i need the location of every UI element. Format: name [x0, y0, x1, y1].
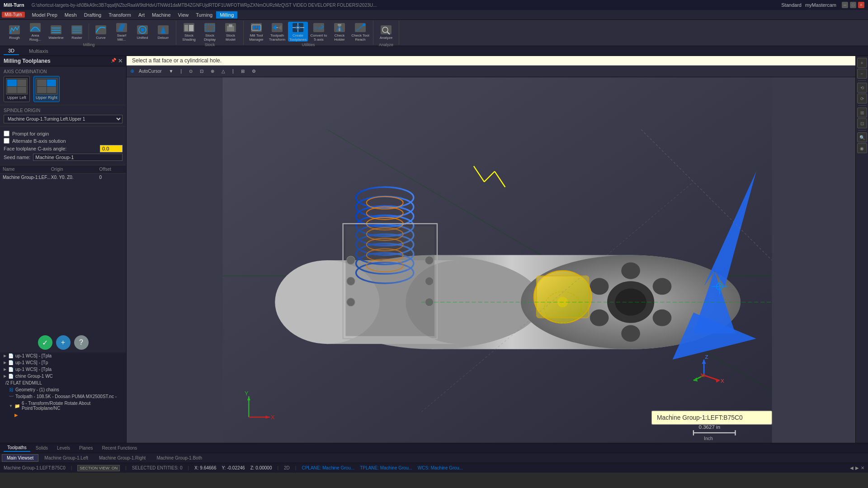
- waterline-button[interactable]: Waterline: [46, 22, 66, 42]
- close-button[interactable]: ✕: [858, 2, 864, 8]
- menu-milling[interactable]: Milling: [216, 11, 237, 19]
- rt-btn-8[interactable]: ◉: [857, 143, 867, 153]
- panel-pin-button[interactable]: 📌: [111, 58, 116, 64]
- rt-btn-1[interactable]: +: [857, 58, 867, 68]
- autocursor-label[interactable]: AutoCursor: [136, 68, 165, 75]
- status-icon-3[interactable]: ✕: [861, 465, 864, 470]
- stock-model-button[interactable]: Stock Model: [221, 22, 241, 42]
- add-button[interactable]: +: [56, 335, 71, 350]
- raster-button[interactable]: Raster: [67, 22, 87, 42]
- stock-shading-button[interactable]: Stock Shading: [179, 22, 199, 42]
- rt-btn-2[interactable]: −: [857, 69, 867, 79]
- tab-multiaxis[interactable]: Multiaxis: [24, 47, 53, 55]
- tree-item-7[interactable]: 〰 Toolpath - 108.5K - Doosan PUMA MX2500…: [5, 393, 126, 400]
- svg-rect-26: [229, 24, 232, 27]
- ac-settings[interactable]: ⚙: [249, 68, 259, 75]
- upper-right-btn[interactable]: Upper Right: [33, 76, 60, 102]
- viewport-tooltip-text: Machine Group-1:LEFT:B75C0: [657, 414, 743, 421]
- toolbar: Rough Area Roug... Waterline Raster: [0, 20, 868, 46]
- rt-btn-4[interactable]: ⟳: [857, 94, 867, 103]
- tree-item-8[interactable]: ▼ 📁 6 - Transform/Rotate Rotate About Po…: [5, 400, 126, 412]
- help-button[interactable]: ?: [74, 335, 89, 350]
- ac-snap1[interactable]: ⊙: [186, 68, 195, 75]
- panel-title: Milling Toolplanes 📌 ✕: [0, 56, 126, 66]
- check-tool-reach-label: Check Tool Reach: [351, 34, 369, 42]
- menu-transform[interactable]: Transform: [105, 11, 135, 19]
- view-tab-right[interactable]: Machine Group-1.Right: [94, 454, 151, 462]
- row-origin: X0. Y0. Z0.: [51, 175, 99, 180]
- create-toolplanes-button[interactable]: Create Toolplanes: [288, 22, 308, 42]
- dim-mode[interactable]: 2D: [284, 465, 290, 470]
- ac-dropdown[interactable]: ▼: [166, 68, 176, 75]
- tree-item-2[interactable]: ▶ 📄 up-1 WCS] - [Tp: [0, 359, 126, 366]
- spindle-label: Spindle origin: [4, 108, 123, 113]
- ac-snap3[interactable]: ⊕: [208, 68, 217, 75]
- menu-turning[interactable]: Turning: [192, 11, 216, 19]
- tab-3d[interactable]: 3D: [4, 47, 19, 55]
- bp-tab-levels[interactable]: Levels: [53, 445, 74, 451]
- menu-model-prep[interactable]: Model Prep: [28, 11, 61, 19]
- tplane-status[interactable]: TPLANE: Machine Grou...: [360, 465, 412, 470]
- section-view-badge[interactable]: SECTION VIEW: ON: [77, 465, 120, 471]
- tree-item-9[interactable]: ▶: [11, 412, 126, 418]
- rt-btn-3[interactable]: ⟲: [857, 83, 867, 93]
- convert-5axis-button[interactable]: 5-ax Convert to 5-axis: [309, 22, 329, 42]
- tree-item-5[interactable]: /2 FLAT ENDMILL: [0, 380, 126, 386]
- view-tab-both[interactable]: Machine Group-1.Both: [151, 454, 207, 462]
- bp-tab-toolpaths[interactable]: Toolpaths: [4, 444, 30, 452]
- menu-view[interactable]: View: [175, 11, 193, 19]
- wcs-status[interactable]: WCS: Machine Grou...: [418, 465, 463, 470]
- toolpath-transform-button[interactable]: Toolpath Transform: [267, 22, 287, 42]
- tree-item-6[interactable]: ⛓ Geometry - (1) chains: [5, 386, 126, 393]
- stock-display-button[interactable]: Stock Display: [200, 22, 220, 42]
- tree-item-4[interactable]: ▶ 📄 chine Group-1 WC: [0, 373, 126, 380]
- axis-combo-label: Axis combination: [4, 69, 123, 74]
- status-icon-1[interactable]: ◀: [850, 465, 854, 470]
- check-holder-button[interactable]: Check Holder: [330, 22, 349, 42]
- stock-display-label: Stock Display: [201, 34, 219, 42]
- ok-button[interactable]: ✓: [38, 335, 52, 350]
- alt-b-checkbox[interactable]: [4, 138, 9, 144]
- view-tab-main[interactable]: Main Viewset: [2, 454, 38, 462]
- ac-snap2[interactable]: ⊡: [197, 68, 206, 75]
- minimize-button[interactable]: ─: [842, 2, 848, 8]
- menu-art[interactable]: Art: [135, 11, 148, 19]
- bp-tab-planes[interactable]: Planes: [75, 445, 97, 451]
- tree-item-1[interactable]: ▶ 📄 up-1 WCS] - [Tpla: [0, 352, 126, 359]
- viewport[interactable]: Select a flat face or a cylindrical hole…: [127, 56, 868, 443]
- menu-mesh[interactable]: Mesh: [61, 11, 80, 19]
- menu-machine[interactable]: Machine: [148, 11, 175, 19]
- user-label: myMastercam: [805, 2, 836, 8]
- seed-name-input[interactable]: [33, 154, 123, 161]
- spindle-select[interactable]: Machine Group-1.Turning.Left.Upper 1: [4, 115, 123, 123]
- rt-btn-5[interactable]: ⊞: [857, 108, 867, 117]
- mill-tool-mgr-button[interactable]: Mill Tool Manager: [246, 22, 266, 42]
- rt-btn-6[interactable]: ⊡: [857, 118, 867, 128]
- check-tool-reach-button[interactable]: Check Tool Reach: [350, 22, 370, 42]
- maximize-button[interactable]: □: [850, 2, 856, 8]
- rough-button[interactable]: Rough: [5, 22, 24, 42]
- svg-point-45: [363, 23, 365, 26]
- unified-button[interactable]: Unified: [132, 22, 152, 42]
- ac-grid[interactable]: ⊞: [238, 68, 247, 75]
- upper-left-btn[interactable]: Upper Left: [4, 76, 30, 102]
- area-rough-button[interactable]: Area Roug...: [25, 22, 45, 42]
- view-tab-left[interactable]: Machine Group-1.Left: [39, 454, 93, 462]
- swarf-mill-button[interactable]: Swarf Mill...: [112, 22, 132, 42]
- face-toolplane-input[interactable]: [100, 145, 123, 152]
- table-row[interactable]: Machine Group-1:LEF... X0. Y0. Z0. 0: [0, 174, 126, 181]
- curve-button[interactable]: Curve: [91, 22, 111, 42]
- bp-tab-solids[interactable]: Solids: [32, 445, 52, 451]
- ac-snap4[interactable]: △: [219, 68, 228, 75]
- deburr-button[interactable]: Deburr: [153, 22, 173, 42]
- menu-drafting[interactable]: Drafting: [80, 11, 105, 19]
- cplane-status[interactable]: CPLANE: Machine Grou...: [302, 465, 354, 470]
- panel-close-icon[interactable]: ✕: [118, 58, 123, 64]
- analyze-btn1[interactable]: Analyze: [376, 22, 396, 42]
- tree-item-3[interactable]: ▶ 📄 up-1 WCS] - [Tpla: [0, 366, 126, 373]
- instruction-text: Select a flat face or a cylindrical hole…: [132, 57, 222, 64]
- bp-tab-recent[interactable]: Recent Functions: [99, 445, 141, 451]
- rt-btn-7[interactable]: 🔍: [857, 132, 867, 142]
- prompt-origin-checkbox[interactable]: [4, 131, 9, 136]
- status-icon-2[interactable]: ▶: [855, 465, 859, 470]
